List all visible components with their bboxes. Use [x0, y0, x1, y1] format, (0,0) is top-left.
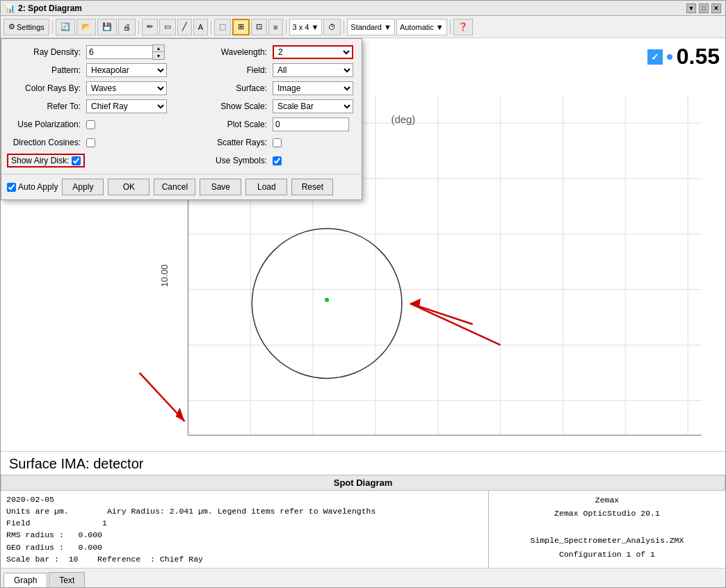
use-symbols-label: Use Symbols:	[193, 156, 270, 165]
bottom-tabs: Graph Text	[1, 568, 725, 587]
spacer	[494, 521, 720, 534]
show-scale-select[interactable]: Scale Bar Airy Disk None	[273, 99, 353, 113]
copy-button[interactable]: ⬚	[214, 19, 231, 35]
spot-table: Spot Diagram	[1, 475, 725, 491]
pattern-select[interactable]: Hexapolar Square Dithered	[86, 63, 167, 77]
clock-button[interactable]: ⏱	[323, 19, 341, 35]
minimize-button[interactable]: ▼	[686, 3, 696, 13]
color-rays-select[interactable]: Waves Fields None	[86, 81, 167, 95]
color-rays-label: Color Rays By:	[7, 83, 83, 93]
print-button[interactable]: 🖨	[118, 19, 136, 35]
tab-text[interactable]: Text	[49, 572, 85, 587]
show-airy-disk-checkbox[interactable]	[72, 156, 81, 165]
layers-icon: ≡	[273, 23, 277, 31]
svg-line-22	[410, 304, 473, 325]
save-settings-button[interactable]: Save	[200, 179, 241, 195]
spot-date: 2020-02-05	[6, 493, 483, 505]
ray-density-input[interactable]: 6	[86, 45, 152, 59]
spot-geo: GEO radius : 0.000	[6, 541, 483, 553]
copy-icon: ⬚	[219, 22, 226, 31]
spot-scale: Scale bar : 10 Reference : Chief Ray	[6, 553, 483, 565]
svg-text:(deg): (deg)	[391, 113, 415, 125]
software-name: Zemax	[494, 493, 720, 507]
info-section: Surface IMA: detector Spot Diagram 2020-…	[1, 451, 725, 569]
refresh-icon: 🔄	[60, 22, 70, 31]
maximize-button[interactable]: □	[699, 3, 709, 13]
standard-dropdown[interactable]: Standard ▼	[347, 19, 395, 35]
wavelength-select[interactable]: 1 2 All	[273, 45, 353, 59]
spot-rms: RMS radius : 0.000	[6, 529, 483, 541]
main-area: Ray Density: 6 ▲ ▼ Pattern:	[1, 38, 725, 587]
field-select[interactable]: All 1 2	[273, 63, 353, 77]
use-symbols-checkbox[interactable]	[273, 156, 282, 165]
layers-button[interactable]: ≡	[268, 19, 282, 35]
settings-icon: ⚙	[8, 22, 15, 31]
scatter-rays-checkbox[interactable]	[273, 138, 282, 147]
auto-apply-label: Auto Apply	[18, 182, 58, 192]
export-icon: ⊡	[256, 22, 262, 31]
reset-button[interactable]: Reset	[291, 179, 333, 195]
line-button[interactable]: ╱	[177, 19, 192, 35]
show-airy-disk-label: Show Airy Disk:	[11, 156, 69, 165]
plot-scale-label: Plot Scale:	[193, 120, 270, 129]
automatic-label: Automatic ▼	[400, 23, 444, 31]
standard-label: Standard ▼	[350, 23, 392, 31]
layout-dropdown-label: 3 x 4 ▼	[293, 23, 319, 31]
tab-graph[interactable]: Graph	[3, 573, 47, 587]
spot-info-right: Zemax Zemax OpticStudio 20.1 Simple_Spec…	[489, 491, 725, 569]
layout-dropdown[interactable]: 3 x 4 ▼	[289, 19, 323, 35]
ray-density-down[interactable]: ▼	[153, 52, 164, 59]
plot-scale-input[interactable]	[273, 117, 349, 131]
toolbar: ⚙ Settings 🔄 📂 💾 🖨 ✏ ▭ ╱ A ⬚ ⊞ ⊡ ≡ 3 x 4…	[1, 16, 725, 38]
auto-apply-checkbox[interactable]	[7, 183, 16, 192]
grid-icon: ⊞	[238, 22, 244, 31]
refer-to-label: Refer To:	[7, 101, 83, 111]
surface-label: Surface:	[193, 83, 270, 93]
use-polarization-checkbox[interactable]	[86, 120, 95, 129]
svg-point-20	[252, 229, 402, 379]
pencil-icon: ✏	[147, 22, 153, 31]
settings-button[interactable]: ⚙ Settings	[3, 19, 49, 35]
main-window: 📊 2: Spot Diagram ▼ □ ✕ ⚙ Settings 🔄 📂 💾…	[0, 0, 726, 588]
apply-button[interactable]: Apply	[62, 179, 104, 195]
svg-text:10.00: 10.00	[159, 264, 170, 286]
spot-units: Units are µm. Airy Radius: 2.041 µm. Leg…	[6, 505, 483, 517]
ok-button[interactable]: OK	[108, 179, 150, 195]
software-version: Zemax OpticStudio 20.1	[494, 507, 720, 521]
print-icon: 🖨	[123, 23, 131, 31]
export-button[interactable]: ⊡	[251, 19, 267, 35]
direction-cosines-label: Direction Cosines:	[7, 138, 83, 147]
grid-button[interactable]: ⊞	[232, 19, 250, 35]
window-icon: 📊	[5, 3, 15, 13]
cancel-button[interactable]: Cancel	[154, 179, 195, 195]
rect-icon: ▭	[164, 22, 171, 31]
direction-cosines-checkbox[interactable]	[86, 138, 95, 147]
use-polarization-label: Use Polarization:	[7, 120, 83, 129]
load-button[interactable]: Load	[245, 179, 287, 195]
close-button[interactable]: ✕	[711, 3, 721, 13]
wavelength-label: Wavelength:	[193, 47, 270, 57]
svg-point-21	[325, 298, 329, 302]
svg-line-24	[410, 304, 501, 345]
settings-button-row: Auto Apply Apply OK Cancel Save Load Res…	[1, 174, 362, 199]
ray-density-up[interactable]: ▲	[153, 45, 164, 52]
text-tool-icon: A	[198, 23, 203, 31]
settings-label: Settings	[17, 23, 45, 31]
automatic-dropdown[interactable]: Automatic ▼	[396, 19, 447, 35]
draw-button[interactable]: ✏	[142, 19, 158, 35]
save-file-button[interactable]: 💾	[97, 19, 117, 35]
text-tool-button[interactable]: A	[193, 19, 208, 35]
title-bar: 📊 2: Spot Diagram ▼ □ ✕	[1, 1, 725, 16]
help-button[interactable]: ❓	[453, 19, 473, 35]
rect-button[interactable]: ▭	[159, 19, 176, 35]
field-label: Field:	[193, 65, 270, 75]
show-scale-label: Show Scale:	[193, 101, 270, 111]
ray-density-label: Ray Density:	[7, 47, 83, 57]
open-button[interactable]: 📂	[76, 19, 96, 35]
refer-to-select[interactable]: Chief Ray Centroid Mean	[86, 99, 167, 113]
spot-body: 2020-02-05 Units are µm. Airy Radius: 2.…	[1, 491, 725, 569]
surface-select[interactable]: Image Object	[273, 81, 353, 95]
refresh-button[interactable]: 🔄	[56, 19, 75, 35]
pattern-label: Pattern:	[7, 65, 83, 75]
scatter-rays-label: Scatter Rays:	[193, 138, 270, 147]
